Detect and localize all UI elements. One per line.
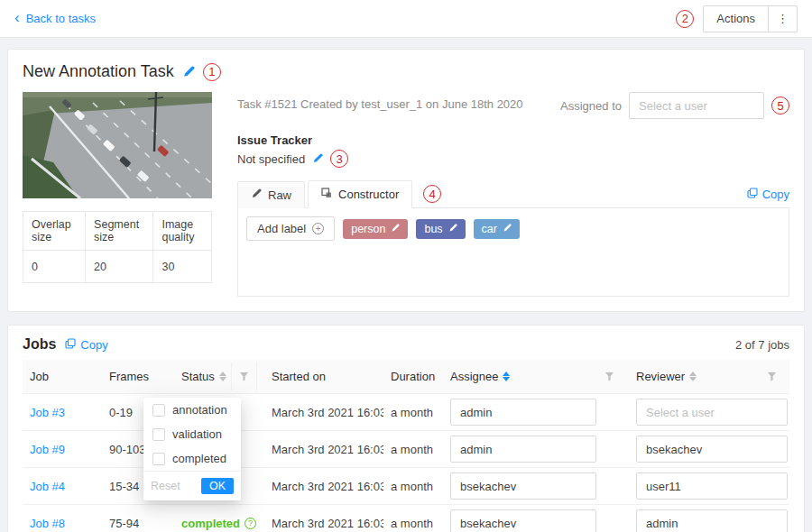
job-9-started: March 3rd 2021 16:03 [264,443,383,456]
annotation-circle-1: 1 [203,63,221,81]
tab-constructor[interactable]: Constructor [308,180,412,208]
actions-button[interactable]: Actions [704,6,768,32]
job-4-duration: a month [383,480,443,493]
job-8-frames: 75-94 [102,517,174,530]
col-header-reviewer[interactable]: Reviewer [629,362,791,390]
job-4-reviewer-input[interactable] [636,472,788,500]
task-assignee-select[interactable] [629,92,764,119]
tab-raw[interactable]: Raw [237,181,305,208]
jobs-count: 2 of 7 jobs [735,338,789,352]
filter-option-validation[interactable]: validation [143,422,241,446]
copy-labels-label: Copy [762,188,789,201]
status-sort-icon[interactable] [219,371,226,381]
back-to-tasks-link[interactable]: ‹ Back to tasks [14,12,96,25]
plus-circle-icon: + [312,223,324,234]
issue-tracker-label: Issue Tracker [237,133,789,147]
reviewer-filter-icon[interactable] [760,362,784,390]
edit-label-person-icon[interactable] [391,223,400,235]
copy-jobs-link[interactable]: Copy [65,338,107,352]
job-9-reviewer-input[interactable] [636,436,788,463]
status-header-label: Status [181,370,215,383]
job-4-link[interactable]: Job #4 [30,480,65,493]
job-3-assignee-input[interactable] [450,399,596,426]
col-header-status[interactable]: Status [174,362,264,390]
col-header-assignee[interactable]: Assignee [443,362,629,390]
label-chip-bus[interactable]: bus [416,219,465,239]
jobs-card: Jobs Copy 2 of 7 jobs Job Frames Status [7,325,805,532]
job-8-link[interactable]: Job #8 [30,517,65,530]
tab-constructor-label: Constructor [338,188,399,201]
jobs-table: Job Frames Status Started on Duration As… [23,360,789,532]
annotation-circle-4: 4 [423,185,441,203]
edit-issue-tracker-icon[interactable] [312,153,323,164]
job-8-status: completed [181,517,240,530]
job-3-link[interactable]: Job #3 [30,406,65,419]
label-chip-car-name: car [482,223,497,235]
param-header-overlap: Overlap size [23,212,86,251]
annotation-circle-2: 2 [676,10,694,28]
job-8-started: March 3rd 2021 16:03 [264,517,383,530]
back-label: Back to tasks [26,12,96,25]
task-meta: Task #1521 Created by test_user_1 on Jun… [237,92,560,111]
job-9-link[interactable]: Job #9 [30,443,65,456]
job-3-started: March 3rd 2021 16:03 [264,406,383,419]
assignee-header-label: Assignee [450,370,498,383]
filter-option-completed[interactable]: completed [143,446,241,471]
job-9-duration: a month [383,443,443,456]
copy-labels-link[interactable]: Copy [747,188,789,201]
annotation-circle-5: 5 [771,96,789,115]
tab-raw-label: Raw [268,188,291,202]
checkbox-annotation[interactable] [152,404,165,417]
job-3-duration: a month [383,406,443,419]
col-header-duration: Duration [383,370,443,383]
task-page: ‹ Back to tasks 2 Actions ⋮ New Annotati… [0,0,812,532]
task-details-card: New Annotation Task 1 [7,49,805,312]
back-chevron-icon: ‹ [14,10,20,25]
param-value-overlap: 0 [23,251,86,283]
status-filter-icon[interactable] [231,362,257,390]
add-label-button[interactable]: Add label + [246,216,335,241]
copy-icon [65,338,76,352]
job-4-assignee-input[interactable] [450,472,596,500]
edit-label-bus-icon[interactable] [448,223,457,235]
reviewer-sort-icon[interactable] [689,371,697,381]
issue-tracker-value: Not specified [237,152,305,166]
copy-icon [747,188,758,201]
constructor-block-icon [321,188,332,201]
edit-task-name-icon[interactable] [182,66,195,78]
filter-ok-button[interactable]: OK [201,478,234,494]
job-8-duration: a month [383,517,443,530]
label-chip-person[interactable]: person [343,219,408,239]
job-8-assignee-input[interactable] [450,509,596,532]
label-chip-bus-name: bus [424,223,442,235]
assignee-filter-icon[interactable] [597,362,622,390]
assignee-sort-icon[interactable] [503,371,510,381]
job-8-reviewer-input[interactable] [636,509,788,532]
reviewer-header-label: Reviewer [636,370,685,383]
topbar: ‹ Back to tasks 2 Actions ⋮ [0,0,812,38]
status-help-icon[interactable]: ? [245,518,256,529]
col-header-job: Job [23,370,102,383]
job-row-8: Job #8 75-94 completed ? March 3rd 2021 … [23,505,789,532]
param-header-segment: Segment size [86,212,153,251]
label-chip-car[interactable]: car [474,219,520,239]
filter-option-validation-label: validation [172,427,222,441]
job-9-assignee-input[interactable] [450,436,596,463]
job-4-started: March 3rd 2021 16:03 [264,480,383,493]
job-3-reviewer-input[interactable] [636,399,788,426]
checkbox-completed[interactable] [152,453,165,465]
param-header-quality: Image quality [153,212,212,251]
jobs-title: Jobs [23,336,56,353]
filter-option-annotation-label: annotation [172,403,227,417]
task-title: New Annotation Task [23,62,174,81]
checkbox-validation[interactable] [152,428,165,441]
edit-label-car-icon[interactable] [503,223,512,235]
filter-option-annotation[interactable]: annotation [143,398,241,422]
labels-tab-bar: Raw Constructor 4 Copy [237,180,789,208]
col-header-started: Started on [264,370,383,383]
filter-option-completed-label: completed [172,452,226,465]
filter-reset-button[interactable]: Reset [151,480,180,492]
annotation-circle-3: 3 [330,150,348,168]
more-vertical-icon: ⋮ [777,12,789,25]
actions-more-button[interactable]: ⋮ [768,6,797,32]
